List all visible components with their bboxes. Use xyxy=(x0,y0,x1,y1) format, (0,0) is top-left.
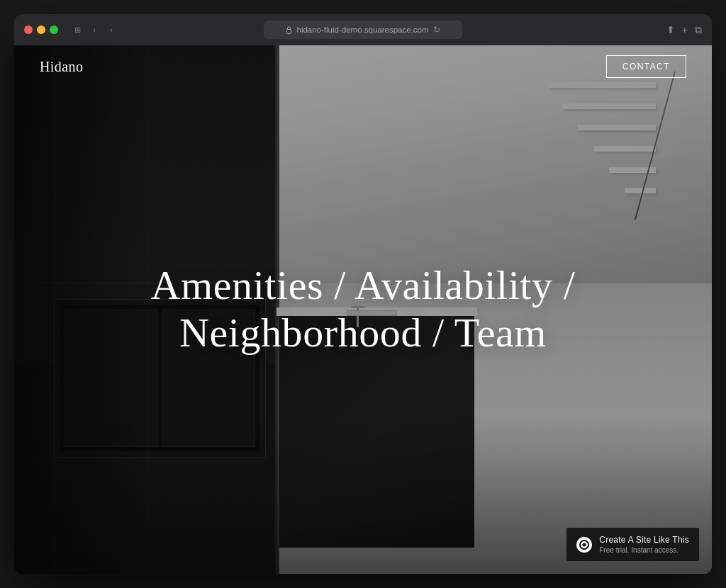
traffic-lights xyxy=(24,26,58,34)
browser-content: Hidano CONTACT Amenities / Availability … xyxy=(14,45,712,574)
squarespace-logo xyxy=(576,537,592,553)
tabs-icon[interactable]: ⧉ xyxy=(695,24,702,36)
brand-logo[interactable]: Hidano xyxy=(40,59,83,75)
maximize-button[interactable] xyxy=(50,26,58,34)
nav-controls: ⊞ ‹ › xyxy=(71,23,118,36)
squarespace-badge[interactable]: Create A Site Like This Free trial. Inst… xyxy=(566,528,699,561)
mac-window: ⊞ ‹ › hidano-fluid-demo.squarespace.com … xyxy=(14,14,712,574)
titlebar-actions: ⬆ + ⧉ xyxy=(666,24,702,36)
reload-icon[interactable]: ↻ xyxy=(433,25,440,35)
lock-icon xyxy=(286,26,292,34)
ss-badge-subtitle: Free trial. Instant access. xyxy=(599,546,689,554)
forward-button[interactable]: › xyxy=(105,23,118,36)
new-tab-icon[interactable]: + xyxy=(682,24,688,36)
hero-headline: Amenities / Availability / Neighborhood … xyxy=(84,262,642,356)
sidebar-toggle[interactable]: ⊞ xyxy=(71,23,84,36)
close-button[interactable] xyxy=(24,26,33,34)
minimize-button[interactable] xyxy=(37,26,45,34)
url-text: hidano-fluid-demo.squarespace.com xyxy=(296,26,428,34)
hero-text: Amenities / Availability / Neighborhood … xyxy=(84,262,642,356)
titlebar: ⊞ ‹ › hidano-fluid-demo.squarespace.com … xyxy=(14,14,712,45)
address-bar[interactable]: hidano-fluid-demo.squarespace.com ↻ xyxy=(264,21,462,39)
navigation: Hidano CONTACT xyxy=(14,45,712,88)
back-button[interactable]: ‹ xyxy=(88,23,101,36)
hero-line-1: Amenities / Availability / xyxy=(151,262,576,308)
hero-line-2: Neighborhood / Team xyxy=(179,310,547,356)
share-icon[interactable]: ⬆ xyxy=(666,24,675,36)
ss-text-block: Create A Site Like This Free trial. Inst… xyxy=(599,535,689,554)
ss-badge-title: Create A Site Like This xyxy=(599,535,689,545)
contact-button[interactable]: CONTACT xyxy=(606,55,686,78)
squarespace-logo-inner xyxy=(579,540,589,550)
svg-rect-0 xyxy=(287,29,291,33)
